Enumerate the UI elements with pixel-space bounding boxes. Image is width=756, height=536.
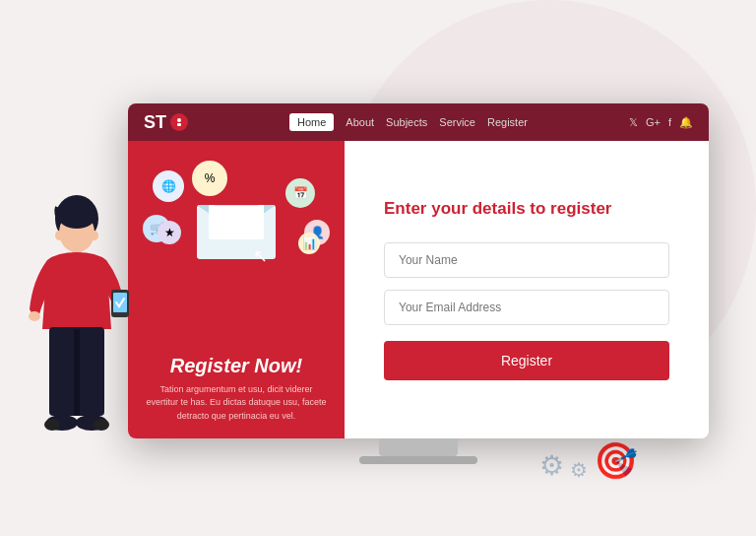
envelope-paper xyxy=(209,205,264,239)
nav-service[interactable]: Service xyxy=(439,116,475,128)
envelope-icon: ↖ xyxy=(197,205,276,259)
monitor-stand xyxy=(379,438,458,456)
nav-about[interactable]: About xyxy=(346,116,374,128)
left-panel: 🌐 % 📅 🛒 👤 ★ 📊 ↖ xyxy=(128,141,345,438)
svg-point-16 xyxy=(55,231,63,240)
register-description: Tation argumentum et usu, dicit viderer … xyxy=(144,383,329,424)
right-panel: Enter your details to register Register xyxy=(345,141,709,438)
email-input[interactable] xyxy=(384,290,669,325)
screen-content: 🌐 % 📅 🛒 👤 ★ 📊 ↖ xyxy=(128,141,709,438)
form-title: Enter your details to register xyxy=(384,199,669,219)
navbar-links: Home About Subjects Service Register xyxy=(289,113,528,131)
navbar-logo: ST xyxy=(144,112,188,133)
icons-area: 🌐 % 📅 🛒 👤 ★ 📊 ↖ xyxy=(138,161,335,299)
globe-bubble: 🌐 xyxy=(153,170,184,202)
cursor-icon: ↖ xyxy=(253,245,268,267)
svg-point-6 xyxy=(29,311,40,321)
svg-point-13 xyxy=(44,419,60,431)
monitor-base xyxy=(359,456,477,464)
svg-point-0 xyxy=(177,118,181,122)
nav-home[interactable]: Home xyxy=(289,113,334,131)
svg-point-15 xyxy=(94,419,109,431)
logo-icon xyxy=(170,113,188,131)
svg-rect-11 xyxy=(74,329,80,416)
logo-text: ST xyxy=(144,112,166,133)
facebook-icon: f xyxy=(668,116,671,128)
left-panel-text: Register Now! Tation argumentum et usu, … xyxy=(144,355,329,424)
person-illustration xyxy=(18,171,136,477)
google-plus-icon: G+ xyxy=(646,116,661,128)
navbar-social: 𝕏 G+ f 🔔 xyxy=(629,116,693,129)
notification-icon: 🔔 xyxy=(679,116,693,129)
monitor-screen: ST Home About Subjects Service Register … xyxy=(128,103,709,438)
svg-rect-1 xyxy=(177,123,181,126)
calendar-bubble: 📅 xyxy=(285,178,315,208)
navbar: ST Home About Subjects Service Register … xyxy=(128,103,709,141)
chart-bubble: 📊 xyxy=(298,233,320,254)
register-now-heading: Register Now! xyxy=(144,355,329,377)
svg-point-17 xyxy=(91,231,98,240)
register-button[interactable]: Register xyxy=(384,341,669,380)
nav-subjects[interactable]: Subjects xyxy=(386,116,427,128)
percent-bubble: % xyxy=(192,161,227,196)
nav-register[interactable]: Register xyxy=(487,116,528,128)
svg-point-4 xyxy=(57,201,96,229)
name-input[interactable] xyxy=(384,242,669,278)
twitter-icon: 𝕏 xyxy=(629,116,638,129)
monitor-wrapper: ST Home About Subjects Service Register … xyxy=(128,103,709,478)
star-bubble: ★ xyxy=(158,221,181,244)
